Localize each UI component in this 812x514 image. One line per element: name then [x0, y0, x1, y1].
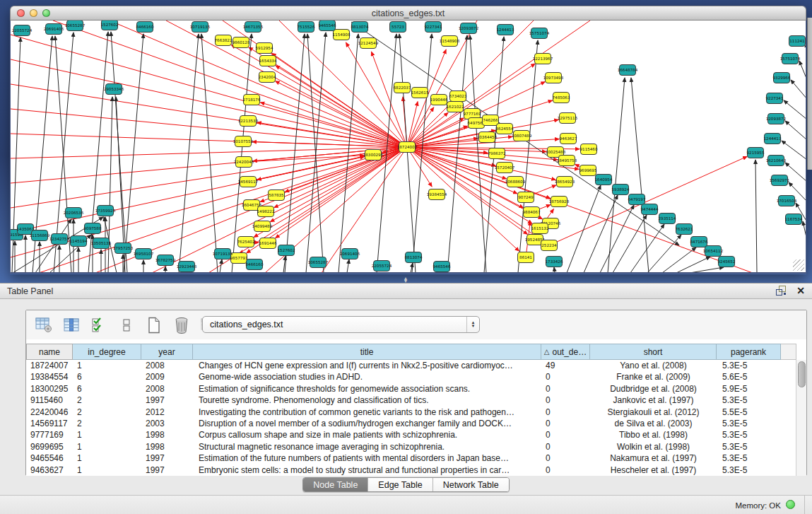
graph-node[interactable]: 1621022: [447, 102, 464, 112]
graph-node[interactable]: 1562615: [411, 88, 429, 98]
graph-node[interactable]: 15751074: [529, 28, 550, 39]
scrollbar-thumb[interactable]: [798, 361, 806, 387]
column-header-pagerank[interactable]: pagerank: [717, 344, 781, 360]
graph-node[interactable]: 17957253: [113, 243, 134, 254]
graph-node[interactable]: 7515526: [298, 22, 315, 33]
graph-node[interactable]: 9465546: [433, 262, 451, 272]
column-header-year[interactable]: year: [141, 344, 193, 360]
graph-node[interactable]: 17016504: [777, 196, 797, 206]
graph-node[interactable]: 1733426: [546, 257, 563, 267]
table-row[interactable]: 977716911998Corpus callosum shape and si…: [26, 429, 796, 440]
graph-node[interactable]: 12213533: [238, 116, 259, 127]
table-vertical-scrollbar[interactable]: [796, 360, 806, 476]
column-header-short[interactable]: short: [590, 344, 717, 360]
graph-node[interactable]: 6734023: [449, 91, 467, 102]
graph-node[interactable]: 11156869: [30, 230, 50, 241]
graph-node[interactable]: 111241: [789, 36, 806, 47]
graph-node[interactable]: 15751074: [780, 54, 801, 64]
table-row[interactable]: 946554611997Estimation of the future num…: [26, 452, 796, 464]
graph-node[interactable]: 12342757: [49, 234, 70, 245]
graph-node[interactable]: 1691446: [259, 238, 277, 249]
graph-node[interactable]: 10688609: [505, 177, 526, 187]
graph-node[interactable]: 9227341: [766, 93, 784, 104]
graph-node[interactable]: 5938924: [612, 185, 630, 195]
graph-node[interactable]: 18495758: [557, 156, 577, 166]
graph-node[interactable]: 9115460: [580, 144, 598, 155]
graph-node[interactable]: 5912954: [256, 43, 273, 54]
close-panel-icon[interactable]: ✕: [796, 286, 805, 296]
graph-node[interactable]: 7485063: [553, 93, 570, 103]
show-column-icon[interactable]: [62, 316, 81, 334]
network-graph-canvas[interactable]: 1872400718300295193845541562615199044667…: [10, 21, 806, 274]
graph-node[interactable]: 1244413: [497, 25, 514, 35]
graph-node[interactable]: 9245652: [718, 257, 736, 267]
graph-node[interactable]: 1244413: [764, 134, 782, 144]
graph-node[interactable]: 2342004: [259, 72, 276, 83]
graph-node[interactable]: 587835: [269, 190, 285, 201]
graph-node[interactable]: 1527602: [101, 21, 119, 30]
table-source-dropdown[interactable]: citations_edges.txt ▲▼: [202, 316, 480, 333]
graph-node[interactable]: 15720407: [495, 163, 515, 173]
graph-node[interactable]: 10973493: [543, 73, 564, 83]
graph-node[interactable]: 29053346: [104, 84, 124, 95]
table-row[interactable]: 1872400712008Changes of HCN gene express…: [26, 360, 796, 371]
graph-node[interactable]: 19384554: [427, 189, 447, 200]
graph-node[interactable]: 16958107: [134, 249, 154, 259]
graph-node[interactable]: 9329966: [773, 73, 791, 83]
graph-node[interactable]: 1990446: [430, 95, 448, 105]
graph-node[interactable]: 20364456: [477, 132, 498, 143]
graph-node[interactable]: 7632621: [676, 224, 693, 235]
graph-node[interactable]: 20206536: [64, 208, 84, 218]
graph-node[interactable]: 9097588: [84, 223, 102, 234]
graph-node[interactable]: 22055724: [12, 25, 33, 36]
split-pane-handle[interactable]: ▲▼: [401, 277, 411, 282]
graph-node[interactable]: 6479197: [628, 194, 646, 205]
graph-node[interactable]: 14569117: [238, 177, 259, 187]
graph-node[interactable]: 18654923: [555, 177, 575, 187]
graph-node[interactable]: 11548908: [440, 36, 460, 47]
graph-node[interactable]: 10654112: [703, 246, 723, 257]
graph-node[interactable]: 9474444: [641, 204, 659, 215]
table-row[interactable]: 969969511998Structural magnetic resonanc…: [26, 441, 796, 452]
graph-node[interactable]: 8471676: [690, 237, 708, 247]
graph-node[interactable]: 1167534: [785, 214, 803, 225]
graph-node[interactable]: 18724007: [397, 142, 418, 153]
graph-node[interactable]: 9463627: [560, 134, 577, 144]
column-header-in_degree[interactable]: in_degree: [73, 344, 141, 360]
graph-node[interactable]: 8813074: [351, 22, 369, 33]
graph-node[interactable]: 7625402: [237, 237, 255, 247]
graph-node[interactable]: 1145194: [70, 236, 88, 247]
column-header-out_de[interactable]: △out_de…: [541, 344, 590, 360]
new-file-icon[interactable]: [145, 316, 163, 334]
graph-node[interactable]: 10719135: [190, 22, 211, 33]
graph-node[interactable]: 18300295: [363, 150, 384, 160]
graph-node[interactable]: 7663822: [215, 35, 233, 46]
graph-node[interactable]: 12093872: [766, 114, 786, 124]
graph-node[interactable]: 22420046: [234, 157, 254, 168]
tab-node-table[interactable]: Node Table: [303, 478, 367, 491]
graph-node[interactable]: 15692971: [770, 175, 790, 186]
graph-node[interactable]: 746266: [483, 115, 499, 126]
graph-node[interactable]: 2935114: [659, 214, 676, 224]
graph-node[interactable]: 17359928: [95, 206, 116, 216]
graph-node[interactable]: 8466160: [136, 22, 154, 33]
graph-node[interactable]: 907249: [518, 192, 534, 203]
tab-edge-table[interactable]: Edge Table: [367, 478, 432, 491]
graph-node[interactable]: 14099489: [252, 221, 273, 232]
rows-icon[interactable]: [117, 316, 136, 334]
graph-node[interactable]: 18756928: [549, 197, 570, 207]
column-header-title[interactable]: title: [193, 344, 541, 360]
graph-node[interactable]: 10655287: [308, 257, 329, 268]
graph-node[interactable]: 12124549: [358, 38, 379, 49]
graph-node[interactable]: 10807489: [512, 131, 532, 141]
tab-network-table[interactable]: Network Table: [433, 478, 509, 491]
table-settings-icon[interactable]: [35, 316, 53, 334]
graph-node[interactable]: 9860128: [233, 37, 250, 48]
graph-node[interactable]: 16782759: [155, 255, 176, 266]
graph-node[interactable]: 55723: [390, 22, 406, 33]
graph-node[interactable]: 9884067: [523, 207, 541, 218]
table-row[interactable]: 1938455462009Genome-wide association stu…: [26, 371, 796, 382]
graph-node[interactable]: 9465546: [319, 21, 336, 31]
table-row[interactable]: 2242004622012Investigating the contribut…: [26, 407, 796, 418]
select-all-icon[interactable]: [90, 316, 108, 334]
